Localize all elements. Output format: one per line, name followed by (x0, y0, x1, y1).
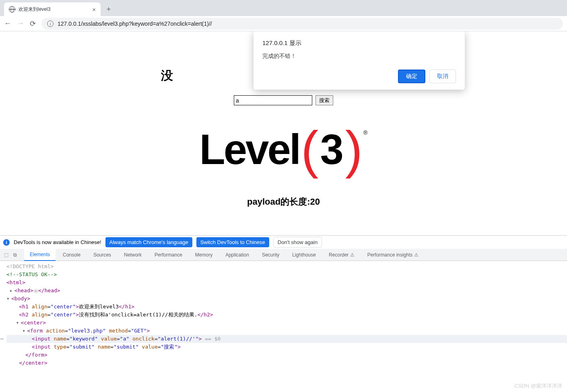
device-icon[interactable]: ⧉ (11, 252, 19, 258)
tab-sources[interactable]: Sources (88, 249, 117, 261)
dont-show-button[interactable]: Don't show again (273, 237, 322, 248)
url-text: 127.0.0.1/xsslabs/level3.php?keyword=a%2… (58, 21, 212, 27)
tab-perf-insights[interactable]: Performance insights ⚠ (362, 249, 424, 261)
tab-security[interactable]: Security (256, 249, 285, 261)
reload-button[interactable]: ⟳ (30, 19, 36, 28)
tab-recorder[interactable]: Recorder ⚠ (323, 249, 360, 261)
dialog-cancel-button[interactable]: 取消 (429, 70, 456, 83)
tab-lighthouse[interactable]: Lighthouse (287, 249, 322, 261)
tab-strip: 欢迎来到level3 × + (0, 0, 567, 16)
forward-button[interactable]: → (17, 19, 24, 28)
browser-tab[interactable]: 欢迎来到level3 × (4, 2, 101, 16)
dialog-title: 127.0.0.1 显示 (262, 39, 456, 47)
elements-tree[interactable]: <!DOCTYPE html> <!--STATUS OK--> <html> … (0, 261, 567, 367)
dialog-backdrop: 127.0.0.1 显示 完成的不错！ 确定 取消 (0, 31, 567, 235)
tab-title: 欢迎来到level3 (19, 6, 50, 13)
tab-memory[interactable]: Memory (190, 249, 218, 261)
dialog-message: 完成的不错！ (262, 53, 456, 60)
tab-performance[interactable]: Performance (149, 249, 188, 261)
switch-chinese-button[interactable]: Switch DevTools to Chinese (196, 237, 269, 247)
site-info-icon[interactable]: i (47, 21, 54, 27)
devtools-tabs: ⬚ ⧉ Elements Console Sources Network Per… (0, 249, 567, 261)
match-language-button[interactable]: Always match Chrome's language (105, 237, 192, 247)
close-icon[interactable]: × (92, 6, 96, 13)
dialog-ok-button[interactable]: 确定 (398, 70, 425, 83)
info-icon: i (3, 239, 10, 246)
browser-toolbar: ← → ⟳ i 127.0.0.1/xsslabs/level3.php?key… (0, 16, 567, 31)
tab-application[interactable]: Application (220, 249, 255, 261)
infobar-text: DevTools is now available in Chinese! (14, 239, 101, 245)
devtools-infobar: i DevTools is now available in Chinese! … (0, 235, 567, 249)
back-button[interactable]: ← (4, 19, 11, 28)
tab-console[interactable]: Console (57, 249, 86, 261)
new-tab-button[interactable]: + (103, 4, 114, 15)
inspect-icon[interactable]: ⬚ (2, 252, 10, 258)
globe-icon (9, 6, 15, 12)
js-dialog: 127.0.0.1 显示 完成的不错！ 确定 取消 (254, 31, 465, 90)
tab-network[interactable]: Network (118, 249, 147, 261)
page-content: 没 有找到和a'onclick=alert(1)//相关的结果 。 搜索 Lev… (0, 31, 567, 235)
address-bar[interactable]: i 127.0.0.1/xsslabs/level3.php?keyword=a… (41, 18, 563, 30)
tab-elements[interactable]: Elements (24, 249, 56, 261)
